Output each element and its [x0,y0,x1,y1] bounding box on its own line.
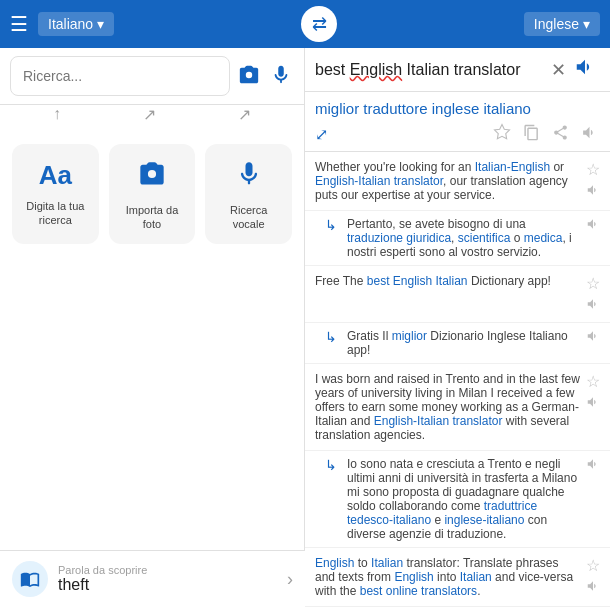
sub-speaker-btn-3[interactable] [586,457,600,474]
lang-from-button[interactable]: Italiano ▾ [38,12,114,36]
swap-icon: ⇄ [312,13,327,35]
left-panel: ↑ ↗ ↗ Aa Digita la tua ricerca Importa d… [0,48,305,607]
lang-to-arrow: ▾ [583,16,590,32]
query-display: best English Italian translator [315,61,547,79]
sub-arrow-icon-3: ↳ [325,457,337,541]
star-button-2[interactable]: ☆ [586,274,600,293]
sub-result-2: ↳ Gratis Il miglior Dizionario Inglese I… [305,323,610,364]
sub-speaker-btn-2[interactable] [586,329,600,346]
main-container: ↑ ↗ ↗ Aa Digita la tua ricerca Importa d… [0,48,610,607]
speaker-btn-3[interactable] [586,395,600,412]
search-bar [0,48,304,105]
search-icons [236,62,294,91]
star-button-1[interactable]: ☆ [586,160,600,179]
action-card-voice-label: Ricerca vocale [213,203,284,232]
sub-arrow-icon-2: ↳ [325,329,337,357]
top-nav: ☰ Italiano ▾ ⇄ Inglese ▾ [0,0,610,48]
list-item: I was born and raised in Trento and in t… [305,364,610,451]
lang-from-arrow: ▾ [97,16,104,32]
list-item: Free The best English Italian Dictionary… [305,266,610,323]
result-content-1: Whether you're looking for an Italian-En… [315,160,580,202]
sub-result-actions-1 [586,217,600,259]
translation-text: miglior traduttore inglese italiano [315,100,600,117]
star-button-4[interactable]: ☆ [586,556,600,575]
result-speaker-button[interactable] [579,122,600,147]
wod-word: theft [58,576,277,594]
arrows-row: ↑ ↗ ↗ [0,105,304,128]
sub-result-1: ↳ Pertanto, se avete bisogno di una trad… [305,211,610,266]
action-card-type[interactable]: Aa Digita la tua ricerca [12,144,99,244]
mic-icon [270,64,292,86]
copy-icon [523,124,540,141]
lang-from-label: Italiano [48,16,93,32]
sub-speaker-btn-1[interactable] [586,217,600,234]
result-actions: ⤢ [315,121,600,147]
speaker-button[interactable] [570,56,600,83]
voice-icon [235,160,263,195]
swap-languages-button[interactable]: ⇄ [301,6,337,42]
speaker-btn-2[interactable] [586,297,600,314]
query-underlined-word: English [350,61,402,78]
result-speaker-icon [581,124,598,141]
result-star-button[interactable] [491,121,513,147]
sub-result-actions-2 [586,329,600,357]
result-actions-2: ☆ [586,274,600,314]
star-button-3[interactable]: ☆ [586,372,600,391]
mic-icon-button[interactable] [268,62,294,91]
arrow-up-1: ↑ [53,105,61,124]
expand-icon: ⤢ [315,125,328,144]
result-content-2: Free The best English Italian Dictionary… [315,274,580,314]
wod-chevron-icon: › [287,569,293,590]
list-item: English to Italian translator: Translate… [305,548,610,607]
arrow-up-3: ↗ [238,105,251,124]
action-card-photo-label: Importa da foto [117,203,188,232]
wod-icon [12,561,48,597]
speaker-btn-4[interactable] [586,579,600,596]
result-actions-4: ☆ [586,556,600,598]
camera-icon-button[interactable] [236,62,262,91]
sub-result-actions-3 [586,457,600,541]
result-actions-1: ☆ [586,160,600,202]
lang-to-label: Inglese [534,16,579,32]
share-icon [552,124,569,141]
action-card-photo[interactable]: Importa da foto [109,144,196,244]
action-grid: Aa Digita la tua ricerca Importa da foto… [0,128,304,260]
type-icon: Aa [39,160,72,191]
right-panel: best English Italian translator ✕ miglio… [305,48,610,607]
photo-icon [138,160,166,195]
hamburger-icon[interactable]: ☰ [10,12,28,36]
wod-label: Parola da scoprire [58,564,277,576]
action-card-type-label: Digita la tua ricerca [20,199,91,228]
camera-icon [238,64,260,86]
list-item: Whether you're looking for an Italian-En… [305,152,610,211]
result-content-4: English to Italian translator: Translate… [315,556,580,598]
result-content-3: I was born and raised in Trento and in t… [315,372,580,442]
sub-result-3: ↳ Io sono nata e cresciuta a Trento e ne… [305,451,610,548]
result-copy-button[interactable] [521,122,542,147]
result-share-button[interactable] [550,122,571,147]
sub-arrow-icon-1: ↳ [325,217,337,259]
clear-button[interactable]: ✕ [547,59,570,81]
speaker-icon [574,56,596,78]
wod-text: Parola da scoprire theft [58,564,277,594]
result-actions-3: ☆ [586,372,600,442]
translation-result: miglior traduttore inglese italiano ⤢ [305,92,610,152]
results-list: Whether you're looking for an Italian-En… [305,152,610,607]
word-of-day[interactable]: Parola da scoprire theft › [0,550,305,607]
search-input[interactable] [10,56,230,96]
arrow-up-2: ↗ [143,105,156,124]
svg-marker-0 [495,125,510,139]
lang-to-button[interactable]: Inglese ▾ [524,12,600,36]
star-icon [493,123,511,141]
search-query-bar: best English Italian translator ✕ [305,48,610,92]
action-card-voice[interactable]: Ricerca vocale [205,144,292,244]
speaker-btn-1[interactable] [586,183,600,200]
